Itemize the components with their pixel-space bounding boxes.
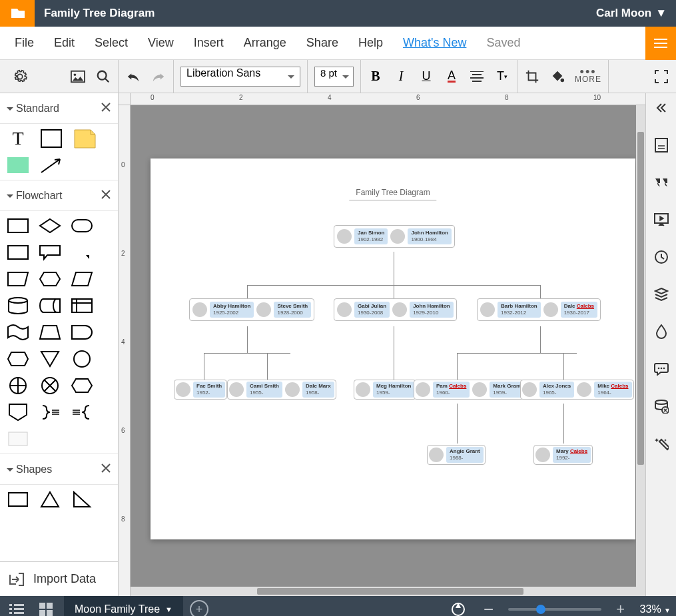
italic-icon[interactable]: I [393,69,409,85]
menu-select[interactable]: Select [95,36,128,50]
fc-brace-l[interactable] [71,403,93,422]
menu-arrange[interactable]: Arrange [244,36,286,50]
fc-display[interactable] [7,350,29,368]
collapse-panel-icon[interactable] [653,100,669,116]
fc-wave[interactable] [7,323,29,342]
fc-delay[interactable] [71,323,93,342]
menu-view[interactable]: View [148,36,174,50]
redo-icon[interactable] [151,69,167,85]
zoom-slider[interactable] [508,608,601,611]
present-icon[interactable] [653,212,669,228]
tree-node[interactable]: Pam Calebs1960- Mark Grant1959- [414,380,527,400]
crop-icon[interactable] [524,69,540,85]
diagram-page[interactable]: Family Tree Diagram [151,158,635,539]
undo-icon[interactable] [125,69,141,85]
tree-node[interactable]: Alex Jones1965- Mike Calebs1964- [520,380,634,400]
layers-icon[interactable] [653,286,669,302]
hamburger-menu[interactable] [645,27,676,60]
whats-new-link[interactable]: What's New [403,36,466,50]
menu-insert[interactable]: Insert [194,36,224,50]
ink-icon[interactable] [653,324,669,340]
image-icon[interactable] [70,69,86,85]
menu-help[interactable]: Help [358,36,383,50]
user-menu[interactable]: Carl Moon ▼ [596,7,667,20]
sh-rect[interactable] [7,490,29,509]
tree-node[interactable]: Angie Grant1988- [427,445,486,465]
section-flowchart[interactable]: Flowchart [0,180,118,211]
fc-trap1[interactable] [7,270,29,288]
magic-icon[interactable] [653,436,669,452]
canvas[interactable]: Family Tree Diagram [131,105,645,596]
gear-icon[interactable] [12,69,28,85]
target-icon[interactable] [447,598,470,616]
close-icon[interactable] [101,102,111,115]
fc-offpage[interactable] [7,403,29,422]
fc-hex[interactable] [39,270,61,288]
font-family-select[interactable]: Liberation Sans [180,67,300,87]
tree-node[interactable]: Abby Hamilton1925-2002 Steve Smith1928-2… [189,298,314,321]
data-link-icon[interactable] [653,398,669,414]
quote-icon[interactable] [653,174,669,190]
fc-brace-r[interactable] [39,403,61,422]
fc-callout2[interactable] [71,243,93,262]
font-size-select[interactable]: 8 pt [314,67,354,87]
fc-white-rect[interactable] [7,430,29,448]
comments-icon[interactable] [653,361,669,377]
scrollbar-vertical[interactable] [636,105,645,587]
diagram-title[interactable]: Family Tree Diagram [349,188,436,200]
fc-rect[interactable] [7,216,29,235]
fc-internal[interactable] [71,296,93,315]
fc-diamond[interactable] [39,216,61,235]
text-options-icon[interactable]: T▾ [494,69,510,85]
section-shapes[interactable]: Shapes [0,454,118,485]
ruler-horizontal[interactable]: 0 2 4 6 8 10 [131,93,645,105]
zoom-in-icon[interactable]: + [609,598,632,616]
zoom-level[interactable]: 33% ▼ [640,603,671,615]
fc-para[interactable] [71,270,93,288]
text-shape[interactable]: T [7,129,29,148]
close-icon[interactable] [101,189,111,202]
tree-node[interactable]: Fae Smith1952- [174,380,227,400]
fc-or[interactable] [39,376,61,395]
tree-node[interactable]: Meg Hamilton1959- [354,380,416,400]
tree-node[interactable]: Gabi Julian1930-2008 John Hamilton1929-2… [334,298,457,321]
close-icon[interactable] [101,463,111,476]
search-icon[interactable] [95,69,111,85]
note-shape[interactable] [73,129,96,148]
text-color-icon[interactable]: A [444,69,460,85]
arrow-shape[interactable] [40,156,63,174]
tree-node[interactable]: Barb Hamilton1932-2012 Dale Calebs1936-2… [477,298,601,321]
scrollbar-thumb[interactable] [257,588,523,595]
menu-share[interactable]: Share [306,36,338,50]
fc-cyl[interactable] [7,296,29,315]
menu-edit[interactable]: Edit [54,36,75,50]
outline-view-icon[interactable] [5,598,28,616]
underline-icon[interactable]: U [418,69,434,85]
grid-view-icon[interactable] [35,598,57,616]
fc-tri[interactable] [39,350,61,368]
import-data-button[interactable]: Import Data [0,561,118,596]
tree-node[interactable]: Cami Smith1955- Dale Marx1958- [227,380,336,400]
fc-store[interactable] [39,296,61,315]
slider-knob[interactable] [536,605,545,614]
fullscreen-icon[interactable] [653,69,669,85]
fc-callout[interactable] [39,243,61,262]
fc-trap2[interactable] [39,323,61,342]
fc-card[interactable] [7,243,29,262]
add-page-button[interactable]: + [190,600,208,616]
more-button[interactable]: ••• MORE [575,69,601,84]
sh-rtri[interactable] [71,490,93,509]
section-standard[interactable]: Standard [0,93,118,124]
ruler-vertical[interactable]: 0 2 4 6 8 [119,105,131,596]
fill-icon[interactable] [549,69,565,85]
page-settings-icon[interactable] [653,137,669,153]
fc-circle[interactable] [71,350,93,368]
history-icon[interactable] [653,249,669,265]
bold-icon[interactable]: B [368,69,384,85]
fc-sum[interactable] [7,376,29,395]
rect-shape[interactable] [40,129,63,148]
sh-tri[interactable] [39,490,61,509]
green-rect-shape[interactable] [7,156,29,174]
align-icon[interactable] [469,69,485,85]
menu-file[interactable]: File [15,36,34,50]
